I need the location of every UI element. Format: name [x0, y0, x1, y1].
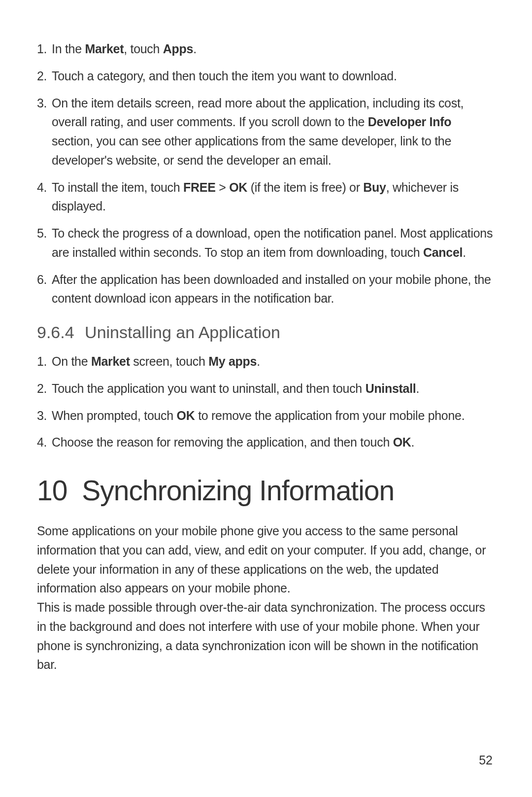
install-steps-list: 1.In the Market, touch Apps.2.Touch a ca… [37, 39, 495, 308]
bold-text: Market [85, 42, 124, 56]
list-item-number: 3. [37, 406, 47, 425]
bold-text: Developer Info [368, 115, 451, 129]
bold-text: OK [393, 435, 411, 449]
uninstall-steps-list: 1.On the Market screen, touch My apps.2.… [37, 352, 495, 452]
text-segment: (if the item is free) or [247, 180, 363, 194]
list-item: 4.Choose the reason for removing the app… [37, 433, 495, 452]
text-segment: , touch [124, 42, 163, 56]
text-segment: After the application has been downloade… [52, 273, 491, 306]
bold-text: Apps [163, 42, 193, 56]
list-item: 2.Touch the application you want to unin… [37, 379, 495, 398]
page-number: 52 [479, 753, 493, 767]
list-item: 2.Touch a category, and then touch the i… [37, 67, 495, 86]
bold-text: Buy [363, 180, 386, 194]
list-item: 4.To install the item, touch FREE > OK (… [37, 178, 495, 216]
text-segment: In the [52, 42, 85, 56]
bold-text: OK [229, 180, 247, 194]
list-item: 3.When prompted, touch OK to remove the … [37, 406, 495, 425]
chapter-number: 10 [37, 475, 67, 506]
list-item: 6.After the application has been downloa… [37, 270, 495, 309]
list-item: 1.On the Market screen, touch My apps. [37, 352, 495, 371]
list-item-number: 4. [37, 433, 47, 452]
bold-text: Cancel [423, 245, 463, 259]
text-segment: Touch the application you want to uninst… [52, 381, 366, 395]
list-item: 1.In the Market, touch Apps. [37, 39, 495, 59]
text-segment: > [216, 180, 230, 194]
chapter-title: Synchronizing Information [82, 475, 394, 506]
bold-text: OK [177, 409, 195, 422]
text-segment: . [411, 435, 415, 449]
text-segment: . [193, 42, 197, 56]
text-segment: Touch a category, and then touch the ite… [52, 69, 397, 83]
bold-text: Uninstall [366, 381, 416, 395]
list-item-number: 1. [37, 39, 47, 59]
chapter-body-para: Some applications on your mobile phone g… [37, 521, 495, 598]
list-item: 3.On the item details screen, read more … [37, 94, 495, 170]
list-item: 5.To check the progress of a download, o… [37, 224, 495, 262]
list-item-number: 5. [37, 224, 47, 243]
list-item-number: 1. [37, 352, 47, 371]
subsection-number: 9.6.4 [37, 323, 74, 342]
list-item-number: 2. [37, 379, 47, 398]
text-segment: . [257, 354, 260, 368]
text-segment: screen, touch [130, 354, 208, 368]
subsection-heading: 9.6.4 Uninstalling an Application [37, 323, 495, 342]
list-item-number: 6. [37, 270, 47, 289]
text-segment: . [416, 381, 420, 395]
text-segment: to remove the application from your mobi… [195, 409, 465, 422]
chapter-body-para: This is made possible through over-the-a… [37, 598, 495, 674]
list-item-number: 2. [37, 67, 47, 86]
list-item-number: 3. [37, 94, 47, 113]
bold-text: Market [91, 354, 130, 368]
text-segment: section, you can see other applications … [52, 134, 451, 167]
text-segment: . [463, 245, 466, 259]
list-item-number: 4. [37, 178, 47, 197]
subsection-title: Uninstalling an Application [85, 323, 280, 342]
text-segment: Choose the reason for removing the appli… [52, 435, 393, 449]
text-segment: When prompted, touch [52, 409, 177, 422]
text-segment: On the [52, 354, 91, 368]
text-segment: To install the item, touch [52, 180, 183, 194]
bold-text: FREE [183, 180, 215, 194]
chapter-heading: 10 Synchronizing Information [37, 474, 495, 507]
bold-text: My apps [208, 354, 257, 368]
